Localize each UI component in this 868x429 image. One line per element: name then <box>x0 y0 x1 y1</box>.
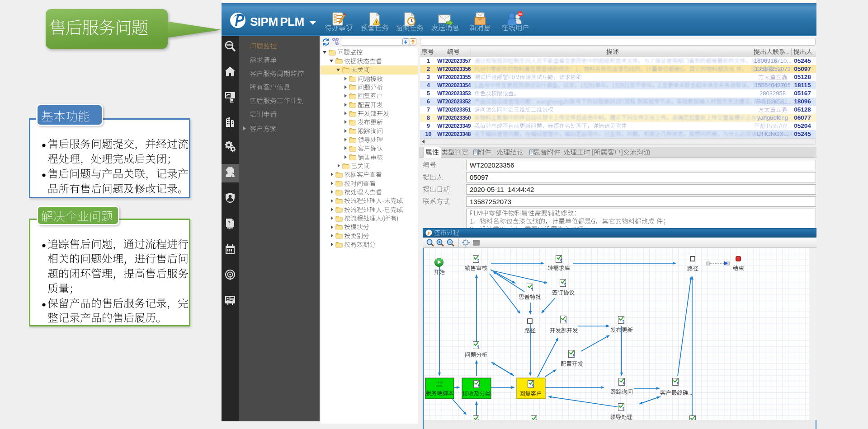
svg-text:SIPM: SIPM <box>226 44 232 47</box>
svg-text:1010: 1010 <box>436 381 443 384</box>
svg-text:?: ? <box>228 220 231 225</box>
svg-text:0101: 0101 <box>436 384 443 387</box>
svg-text:P: P <box>427 230 430 236</box>
svg-text:88: 88 <box>519 12 523 16</box>
